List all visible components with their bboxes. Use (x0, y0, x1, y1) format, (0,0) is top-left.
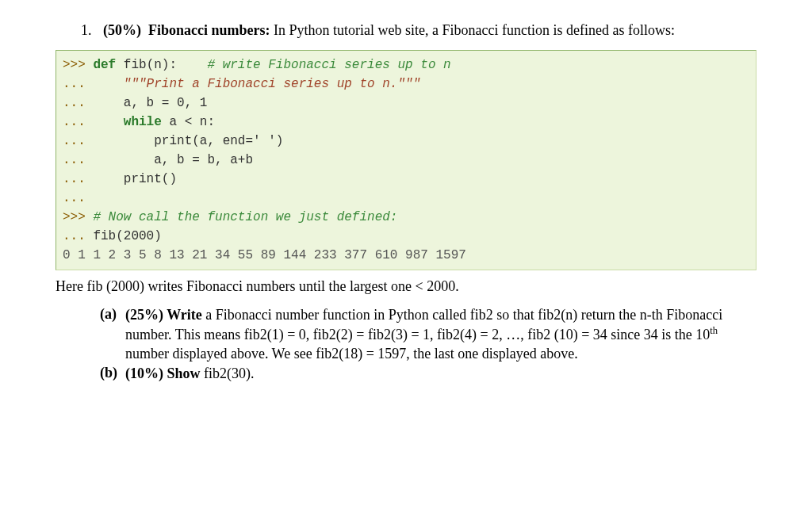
code-docstring: """Print a Fibonacci series up to n.""" (124, 77, 420, 91)
code-text: a, b = 0, 1 (124, 96, 208, 110)
code-text: a, b = b, a+b (154, 153, 253, 167)
prompt-primary: >>> (63, 210, 93, 224)
subquestion-b-label: (b) (100, 365, 125, 381)
code-text: fib(2000) (93, 229, 161, 243)
prompt-continuation: ... (63, 96, 93, 110)
code-comment: # write Fibonacci series up to n (207, 58, 450, 72)
subquestion-a-text2: number displayed above. We see fib2(18) … (125, 346, 578, 362)
subquestion-b-body: (10%) Show fib2(30). (125, 365, 756, 383)
subquestion-b-weight: (10%) Show (125, 365, 201, 381)
prompt-continuation: ... (63, 191, 93, 205)
document-page: 1. (50%) Fibonacci numbers: In Python tu… (0, 0, 812, 384)
ordinal-sup: th (710, 325, 718, 336)
prompt-continuation: ... (63, 153, 93, 167)
subquestion-a: (a) (25%) Write a Fibonacci number funct… (100, 306, 756, 363)
prompt-continuation: ... (63, 115, 93, 129)
subquestion-a-label: (a) (100, 306, 125, 323)
question-intro-text: In Python tutorial web site, a Fibonacci… (270, 22, 675, 38)
code-text: print() (124, 172, 177, 186)
question-header: 1. (50%) Fibonacci numbers: In Python tu… (81, 22, 756, 39)
subquestion-a-text1: a Fibonacci number function in Python ca… (125, 307, 722, 342)
code-comment: # Now call the function we just defined: (93, 210, 397, 224)
prompt-primary: >>> (63, 58, 93, 72)
keyword-while: while (124, 115, 162, 129)
question-number: 1. (81, 22, 103, 39)
code-output: 0 1 1 2 3 5 8 13 21 34 55 89 144 233 377… (63, 248, 466, 262)
subquestion-b: (b) (10%) Show fib2(30). (100, 365, 756, 383)
code-text: fib(n): (116, 58, 207, 72)
prompt-continuation: ... (63, 172, 93, 186)
subquestion-a-weight: (25%) Write (125, 307, 202, 323)
question-weight: (50%) (103, 22, 141, 38)
code-text: print(a, end=' ') (154, 134, 283, 148)
code-text: a < n: (162, 115, 215, 129)
explanation-text: Here fib (2000) writes Fibonacci numbers… (56, 278, 756, 295)
keyword-def: def (93, 58, 116, 72)
question-intro: (50%) Fibonacci numbers: In Python tutor… (103, 22, 756, 39)
prompt-continuation: ... (63, 229, 93, 243)
subquestion-b-text: fib2(30). (201, 365, 255, 381)
question-title: Fibonacci numbers: (148, 22, 270, 38)
subquestion-a-body: (25%) Write a Fibonacci number function … (125, 306, 756, 363)
subquestion-list: (a) (25%) Write a Fibonacci number funct… (100, 306, 756, 384)
code-block: >>> def fib(n): # write Fibonacci series… (56, 50, 756, 270)
prompt-continuation: ... (63, 77, 93, 91)
prompt-continuation: ... (63, 134, 93, 148)
